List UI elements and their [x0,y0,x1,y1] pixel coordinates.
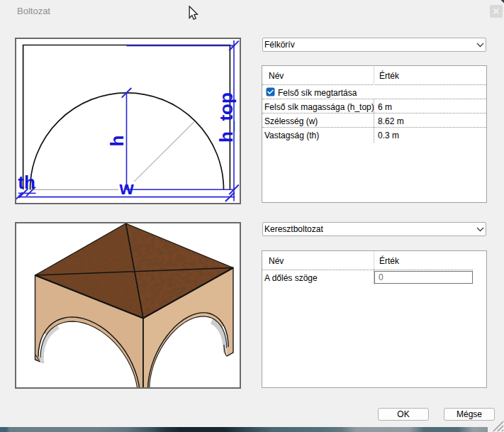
svg-text:w: w [118,177,134,199]
svg-text:h_top: h_top [215,92,237,143]
svg-text:h: h [106,135,128,147]
svg-text:th: th [18,172,35,193]
